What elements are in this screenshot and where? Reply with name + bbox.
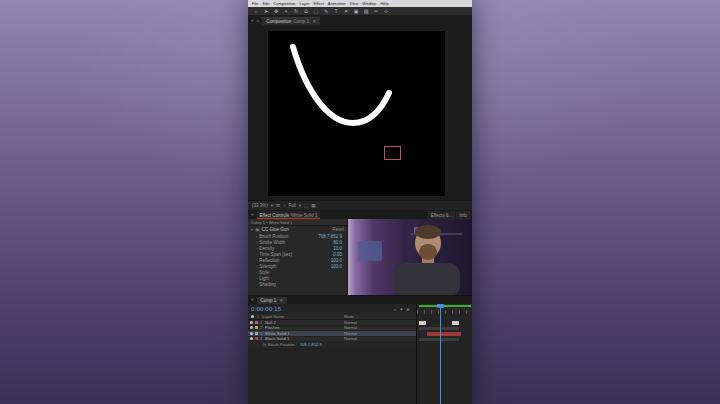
panel-tab[interactable]: Effects &...: [428, 211, 456, 219]
current-timecode[interactable]: 0:00:00:15: [251, 306, 281, 312]
column-layer-name[interactable]: Layer Name: [262, 314, 284, 319]
twirl-right-icon[interactable]: ›: [256, 282, 257, 287]
layer-label-color[interactable]: [255, 321, 258, 324]
layer-label-color[interactable]: [255, 332, 258, 335]
menu-item[interactable]: Window: [362, 1, 376, 6]
layer-blend-mode[interactable]: Normal: [344, 336, 357, 341]
eraser-tool-icon[interactable]: ▨: [362, 7, 370, 16]
home-panel-icon[interactable]: ⌂: [257, 18, 260, 23]
menu-item[interactable]: File: [252, 1, 258, 6]
track-area[interactable]: [416, 314, 472, 404]
roto-brush-tool-icon[interactable]: ✂: [372, 7, 380, 16]
layer-visibility-icon[interactable]: [250, 326, 253, 329]
composition-canvas[interactable]: [268, 31, 445, 196]
column-mode[interactable]: Mode: [344, 314, 354, 319]
region-of-interest-icon[interactable]: ⬚: [304, 203, 308, 208]
layer-label-color[interactable]: [255, 326, 258, 329]
effect-reset-button[interactable]: Reset: [332, 227, 344, 232]
channels-icon[interactable]: ◔: [283, 203, 286, 208]
expanded-property-value[interactable]: 708.7,852.9: [300, 342, 322, 347]
twirl-down-icon[interactable]: ▾: [251, 227, 253, 232]
tab-effect-controls[interactable]: Effect Controls White Solid 1: [257, 211, 321, 219]
layer-visibility-icon[interactable]: [250, 332, 253, 335]
menu-item[interactable]: Layer: [300, 1, 310, 6]
layer-blend-mode[interactable]: Normal: [344, 320, 357, 325]
graph-editor-icon[interactable]: ≣: [406, 307, 410, 312]
effect-controls-target-name: White Solid 1: [291, 213, 318, 218]
layer-name[interactable]: White Solid 1: [265, 331, 290, 336]
property-value[interactable]: 0.05: [333, 252, 342, 257]
composition-viewer: [248, 25, 472, 200]
puppet-pin-tool-icon[interactable]: ⊹: [382, 7, 390, 16]
menu-item[interactable]: Composition: [273, 1, 295, 6]
property-name: Strength: [259, 264, 276, 269]
twirl-right-icon[interactable]: ›: [256, 246, 257, 251]
property-value[interactable]: 708.7,852.9: [318, 234, 342, 239]
twirl-right-icon[interactable]: ›: [256, 276, 257, 281]
grid-guides-icon[interactable]: ⊞: [276, 203, 280, 208]
twirl-right-icon[interactable]: ›: [256, 264, 257, 269]
property-value[interactable]: 100.0: [331, 258, 342, 263]
layer-name[interactable]: Null 2: [265, 320, 276, 325]
menu-item[interactable]: Edit: [262, 1, 269, 6]
layer-duration-bar[interactable]: [419, 327, 459, 330]
menu-item[interactable]: Effect: [314, 1, 324, 6]
property-name: Style: [259, 270, 269, 275]
panel-chevrons-icon[interactable]: «: [251, 18, 254, 23]
hand-tool-icon[interactable]: ✥: [272, 7, 280, 16]
layer-blend-mode[interactable]: Normal: [344, 331, 357, 336]
property-value[interactable]: 10.0: [333, 246, 342, 251]
magnification-select[interactable]: (33.3%): [252, 203, 268, 208]
tab-composition[interactable]: Composition Comp 1 ≡: [262, 17, 319, 25]
menu-item[interactable]: Animation: [328, 1, 346, 6]
pen-tool-icon[interactable]: ✎: [322, 7, 330, 16]
twirl-right-icon[interactable]: ›: [256, 240, 257, 245]
clone-stamp-tool-icon[interactable]: ▣: [352, 7, 360, 16]
layer-visibility-icon[interactable]: [250, 321, 253, 324]
zoom-tool-icon[interactable]: ⌖: [282, 7, 290, 16]
tab-timeline-comp[interactable]: Comp 1 ≡: [257, 297, 287, 304]
transparency-grid-icon[interactable]: ▦: [311, 203, 315, 208]
current-time-indicator[interactable]: [440, 304, 441, 404]
layer-duration-bar[interactable]: [419, 338, 459, 341]
effect-header-row[interactable]: ▾ fx CC Glue Gun Reset: [248, 226, 347, 233]
property-value[interactable]: 100.0: [331, 264, 342, 269]
property-name: Stroke Width: [259, 240, 285, 245]
layer-row[interactable]: 4 Black Solid 1 Normal: [248, 337, 416, 343]
layer-label-color[interactable]: [255, 337, 258, 340]
menu-item[interactable]: View: [350, 1, 359, 6]
twirl-right-icon[interactable]: ›: [256, 258, 257, 263]
twirl-right-icon[interactable]: ›: [256, 234, 257, 239]
panel-chevrons-icon[interactable]: «: [251, 212, 254, 217]
layer-duration-bar-selected[interactable]: [427, 332, 461, 336]
expanded-property-row[interactable]: ◷ Brush Position 708.7,852.9: [248, 342, 416, 348]
layer-list: 1 Null 2 Normal 2 Flashes Normal 3 White…: [248, 320, 416, 348]
property-value[interactable]: 80.0: [333, 240, 342, 245]
layer-name[interactable]: Flashes: [265, 325, 280, 330]
layer-in-point-marker[interactable]: [419, 321, 426, 325]
home-icon[interactable]: ⌂: [252, 7, 260, 16]
brush-tool-icon[interactable]: ✦: [342, 7, 350, 16]
resolution-select[interactable]: Full: [289, 203, 296, 208]
layer-blend-mode[interactable]: Normal: [344, 325, 357, 330]
layer-name[interactable]: Black Solid 1: [265, 336, 289, 341]
twirl-right-icon[interactable]: ›: [256, 270, 257, 275]
panel-menu-icon[interactable]: ≡: [313, 19, 316, 24]
mask-shape-tool-icon[interactable]: ⬚: [312, 7, 320, 16]
twirl-right-icon[interactable]: ›: [256, 252, 257, 257]
panel-menu-icon[interactable]: ≡: [280, 298, 283, 303]
search-icon[interactable]: ⌕: [394, 307, 397, 312]
motion-blur-icon[interactable]: ✦: [399, 307, 403, 312]
orbit-camera-tool-icon[interactable]: ↻: [292, 7, 300, 16]
layer-visibility-icon[interactable]: [250, 337, 253, 340]
layer-out-point-marker[interactable]: [452, 321, 459, 325]
time-ruler[interactable]: [416, 304, 472, 314]
panel-tab[interactable]: Info: [456, 211, 470, 219]
panel-chevrons-icon[interactable]: «: [251, 297, 254, 302]
selection-tool-icon[interactable]: ➤: [262, 7, 270, 16]
menu-item[interactable]: Help: [380, 1, 388, 6]
stopwatch-icon[interactable]: ◷: [262, 342, 266, 347]
pan-behind-tool-icon[interactable]: ⧉: [302, 7, 310, 16]
timeline-comp-name: Comp 1: [261, 298, 277, 303]
type-tool-icon[interactable]: T: [332, 7, 340, 16]
